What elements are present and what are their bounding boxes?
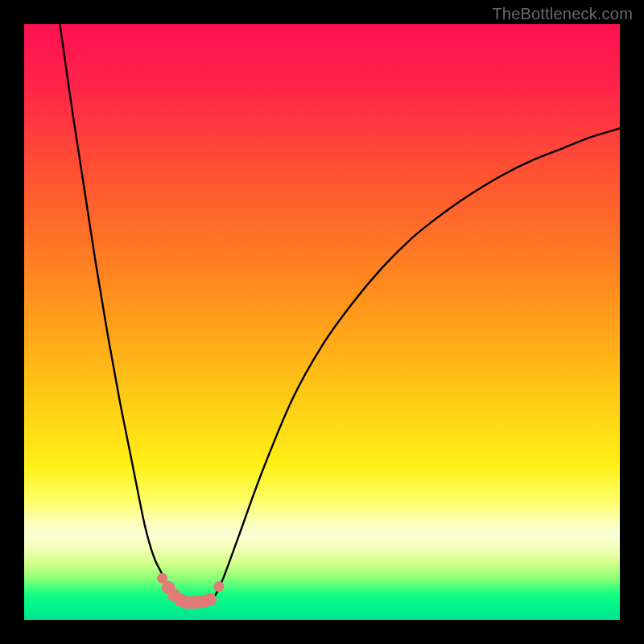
- curve-left-branch: [60, 24, 184, 602]
- chart-frame: TheBottleneck.com: [0, 0, 644, 644]
- marker-dot: [204, 593, 217, 606]
- marker-dot: [213, 581, 224, 592]
- curve-layer: [24, 24, 620, 620]
- curve-right-branch: [208, 129, 620, 601]
- plot-area: [24, 24, 620, 620]
- highlight-markers: [157, 573, 224, 609]
- watermark-text: TheBottleneck.com: [492, 5, 633, 23]
